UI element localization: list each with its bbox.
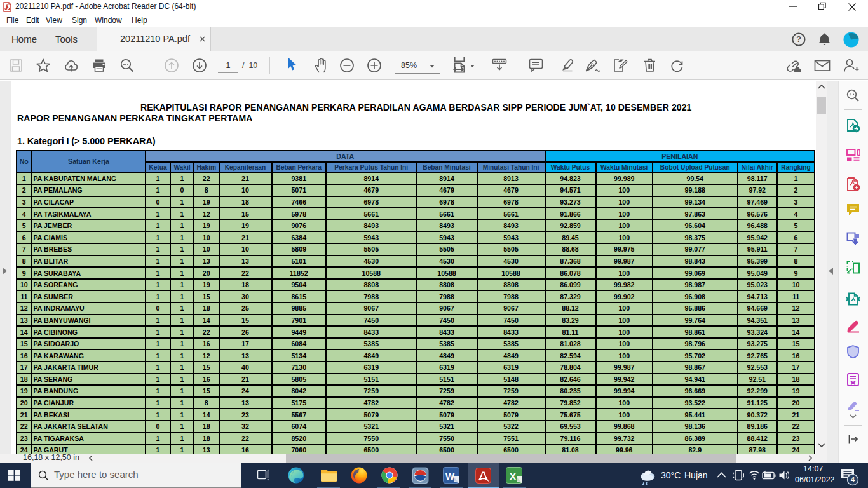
- svg-text:4: 4: [851, 475, 855, 484]
- svg-text:?: ?: [796, 35, 801, 44]
- svg-text:W: W: [445, 471, 455, 482]
- svg-text:X: X: [510, 471, 516, 482]
